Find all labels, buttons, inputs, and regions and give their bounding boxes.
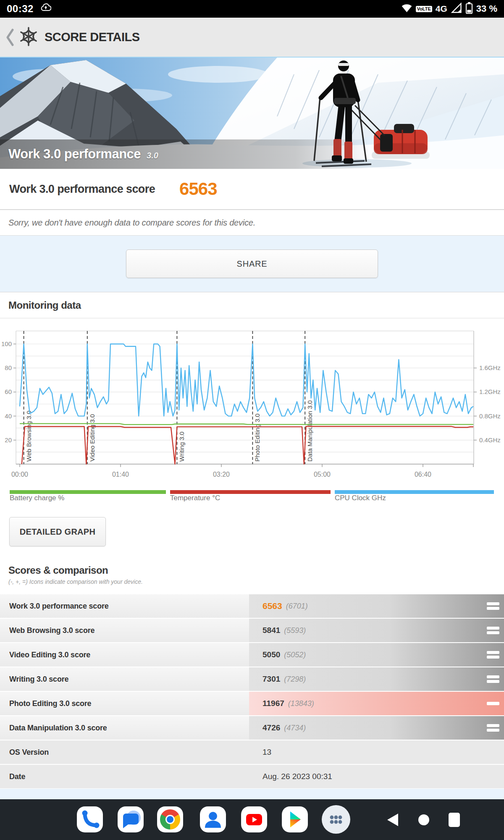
monitoring-card: Monitoring data 100806040201.6GHz1.2GHz0… [0, 292, 504, 789]
row-value: 5841 [262, 626, 280, 635]
svg-text:Web Browsing 3.0: Web Browsing 3.0 [25, 411, 32, 462]
equal-comparison-icon [487, 722, 499, 733]
benchmark-title: Work 3.0 performance [8, 147, 141, 162]
row-compare-value: (6701) [286, 602, 308, 611]
svg-text:CPU Clock GHz: CPU Clock GHz [335, 494, 386, 502]
svg-text:Writing 3.0: Writing 3.0 [178, 432, 185, 462]
svg-text:100: 100 [1, 340, 12, 347]
recents-icon[interactable] [449, 813, 460, 829]
row-value-cell: 6563(6701) [249, 594, 504, 618]
network-type-label: 4G [436, 4, 447, 14]
svg-text:Temperature °C: Temperature °C [170, 494, 220, 502]
clock: 00:32 [7, 3, 34, 15]
bottom-spacer [0, 789, 504, 799]
score-table-row: Data Manipulation 3.0 score4726(4734) [0, 716, 504, 740]
row-value: Aug. 26 2023 00:31 [262, 772, 332, 781]
row-label: Video Editing 3.0 score [0, 643, 249, 667]
phone-icon[interactable] [77, 806, 103, 832]
hero-image: Work 3.0 performance 3.0 [0, 57, 504, 169]
score-value: 6563 [179, 179, 217, 199]
row-compare-value: (13843) [288, 699, 314, 708]
row-value: 11967 [262, 699, 284, 708]
score-table-row: Photo Editing 3.0 score11967(13843) [0, 692, 504, 715]
battery-percent-label: 33 % [476, 3, 497, 14]
score-summary: Work 3.0 performance score 6563 [0, 169, 504, 210]
row-compare-value: (5052) [284, 651, 306, 659]
svg-text:0.8GHz: 0.8GHz [479, 412, 501, 420]
equal-comparison-icon [487, 674, 499, 685]
score-table-row: OS Version13 [0, 740, 504, 764]
row-label: Writing 3.0 score [0, 667, 249, 691]
svg-text:1.2GHz: 1.2GHz [479, 388, 501, 395]
row-label: Photo Editing 3.0 score [0, 692, 249, 715]
row-value-cell: 5841(5593) [249, 619, 504, 642]
home-icon[interactable] [418, 814, 430, 827]
svg-text:Photo Editing 3.0: Photo Editing 3.0 [254, 414, 261, 462]
score-table-row: Writing 3.0 score7301(7298) [0, 667, 504, 691]
messages-icon[interactable] [118, 806, 144, 832]
equal-comparison-icon [487, 649, 499, 660]
benchmark-version: 3.0 [147, 151, 158, 160]
wifi-icon [401, 3, 412, 15]
svg-text:01:40: 01:40 [112, 471, 129, 478]
cloud-sync-icon [40, 3, 51, 15]
signal-icon [451, 3, 462, 15]
score-table-row: DateAug. 26 2023 00:31 [0, 765, 504, 788]
row-value-cell: 4726(4734) [249, 716, 504, 740]
youtube-icon[interactable] [241, 806, 267, 832]
equal-comparison-icon [487, 625, 499, 636]
scores-heading: Scores & comparison [8, 565, 504, 576]
scores-table: Work 3.0 performance score6563(6701)Web … [0, 594, 504, 788]
row-value: 4726 [262, 723, 280, 732]
svg-text:1.6GHz: 1.6GHz [479, 364, 501, 371]
back-icon[interactable] [387, 814, 398, 828]
svg-text:03:20: 03:20 [213, 471, 230, 478]
row-label: Work 3.0 performance score [0, 594, 249, 618]
back-button[interactable] [6, 28, 15, 47]
volte-badge: VoLTE [416, 6, 432, 12]
minus-comparison-icon [487, 700, 499, 707]
svg-text:06:40: 06:40 [415, 471, 431, 478]
row-label: Web Browsing 3.0 score [0, 619, 249, 642]
svg-text:0.4GHz: 0.4GHz [479, 436, 501, 444]
pcmark-snowflake-icon [18, 26, 39, 48]
detailed-graph-button[interactable]: DETAILED GRAPH [9, 517, 106, 546]
equal-comparison-icon [487, 601, 499, 612]
svg-text:05:00: 05:00 [314, 471, 331, 478]
row-value: 5050 [262, 650, 280, 659]
svg-text:00:00: 00:00 [11, 471, 28, 478]
share-section: SHARE [0, 235, 504, 292]
row-value-cell: 13 [249, 740, 504, 764]
row-label: Data Manipulation 3.0 score [0, 716, 249, 740]
svg-text:60: 60 [5, 388, 12, 395]
battery-icon [465, 2, 473, 16]
app-bar: SCORE DETAILS [0, 18, 504, 57]
play-store-icon[interactable] [282, 806, 308, 832]
row-value: 6563 [262, 601, 282, 611]
row-value-cell: 5050(5052) [249, 643, 504, 667]
score-table-row: Work 3.0 performance score6563(6701) [0, 594, 504, 618]
svg-text:40: 40 [5, 412, 12, 420]
app-drawer-icon[interactable] [322, 805, 350, 834]
svg-text:Video Editing 3.0: Video Editing 3.0 [89, 414, 96, 462]
row-value-cell: 7301(7298) [249, 667, 504, 691]
status-bar: 00:32 VoLTE 4G [0, 0, 504, 18]
contacts-icon[interactable] [200, 806, 226, 832]
row-value-cell: Aug. 26 2023 00:31 [249, 765, 504, 788]
row-compare-value: (4734) [284, 724, 306, 732]
svg-text:80: 80 [5, 364, 12, 371]
monitoring-chart: 100806040201.6GHz1.2GHz0.8GHz0.4GHz00:00… [0, 318, 504, 504]
row-compare-value: (7298) [284, 675, 306, 684]
row-label: OS Version [0, 740, 249, 764]
navigation-dock [0, 799, 504, 840]
score-table-row: Video Editing 3.0 score5050(5052) [0, 643, 504, 667]
share-button[interactable]: SHARE [126, 249, 378, 278]
page-title: SCORE DETAILS [45, 30, 140, 44]
screen: 00:32 VoLTE 4G [0, 0, 504, 840]
chrome-icon[interactable] [157, 806, 183, 832]
scores-subtitle: (-, +, =) Icons indicate comparison with… [8, 578, 504, 585]
row-label: Date [0, 765, 249, 788]
svg-text:Battery charge %: Battery charge % [10, 494, 64, 502]
row-value: 7301 [262, 675, 280, 684]
score-label: Work 3.0 performance score [9, 183, 155, 196]
